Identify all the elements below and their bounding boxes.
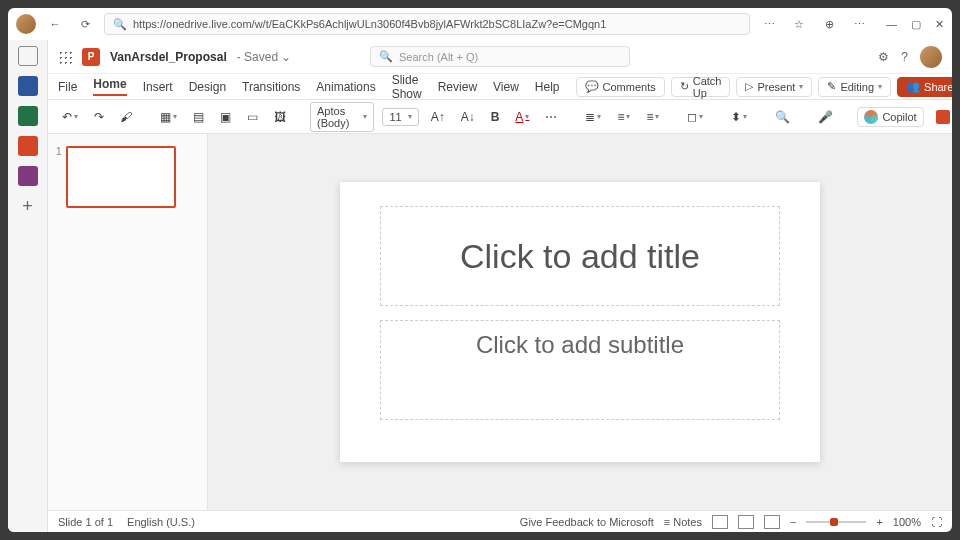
align-button[interactable]: ≡▾ (642, 108, 663, 126)
format-painter-button[interactable]: 🖌 (116, 108, 136, 126)
user-avatar[interactable] (920, 46, 942, 68)
rail-onenote-icon[interactable] (18, 166, 38, 186)
search-icon: 🔍 (379, 50, 393, 63)
catchup-button[interactable]: ↻ Catch Up (671, 77, 731, 97)
rail-powerpoint-icon[interactable] (18, 136, 38, 156)
home-toolbar: ↶▾ ↷ 🖌 ▦▾ ▤ ▣ ▭ 🖼 Aptos (Body)▾ 11▾ A↑ A… (48, 100, 952, 134)
app-launcher-icon[interactable] (58, 50, 72, 64)
document-name[interactable]: VanArsdel_Proposal (110, 50, 227, 64)
normal-view-button[interactable] (712, 515, 728, 529)
arrange-button[interactable]: ⬍▾ (727, 108, 751, 126)
fit-to-window-button[interactable]: ⛶ (931, 516, 942, 528)
powerpoint-icon: P (82, 48, 100, 66)
editor-area: 1 Click to add title Click to add subtit… (48, 134, 952, 510)
tab-design[interactable]: Design (189, 80, 226, 94)
collections-icon[interactable]: ⊕ (818, 13, 840, 35)
rail-home-icon[interactable] (18, 46, 38, 66)
bold-button[interactable]: B (487, 108, 504, 126)
browser-chrome: ← ⟳ 🔍 ⋯ ☆ ⊕ ⋯ — ▢ ✕ (8, 8, 952, 40)
thumb-number: 1 (56, 146, 62, 208)
reset-button[interactable]: ▣ (216, 108, 235, 126)
slide: Click to add title Click to add subtitle (340, 182, 820, 462)
sorter-view-button[interactable] (738, 515, 754, 529)
share-button[interactable]: 👥 Share ▾ (897, 77, 952, 97)
font-color-button[interactable]: A▾ (511, 108, 533, 126)
find-button[interactable]: 🔍 (771, 108, 794, 126)
save-status: - Saved ⌄ (237, 50, 292, 64)
search-box[interactable]: 🔍 Search (Alt + Q) (370, 46, 630, 67)
rail-excel-icon[interactable] (18, 106, 38, 126)
slide-canvas[interactable]: Click to add title Click to add subtitle… (208, 134, 952, 510)
more-font-button[interactable]: ⋯ (541, 108, 561, 126)
app-window: ← ⟳ 🔍 ⋯ ☆ ⊕ ⋯ — ▢ ✕ + P (8, 8, 952, 532)
tab-review[interactable]: Review (438, 80, 477, 94)
zoom-level[interactable]: 100% (893, 516, 921, 528)
font-select[interactable]: Aptos (Body)▾ (310, 102, 374, 132)
notes-toggle[interactable]: ≡ Notes (664, 516, 702, 528)
help-icon[interactable]: ? (901, 50, 908, 64)
lock-icon: 🔍 (113, 18, 127, 31)
copilot-button[interactable]: Copilot (857, 107, 923, 127)
tab-file[interactable]: File (58, 80, 77, 94)
tab-insert[interactable]: Insert (143, 80, 173, 94)
subtitle-placeholder[interactable]: Click to add subtitle (380, 320, 780, 420)
editing-button[interactable]: ✎ Editing ▾ (818, 77, 891, 97)
slide-counter[interactable]: Slide 1 of 1 (58, 516, 113, 528)
address-bar[interactable]: 🔍 (104, 13, 750, 35)
close-button[interactable]: ✕ (935, 18, 944, 31)
undo-button[interactable]: ↶▾ (58, 108, 82, 126)
tab-help[interactable]: Help (535, 80, 560, 94)
slide-thumbnails: 1 (48, 134, 208, 510)
tab-home[interactable]: Home (93, 77, 126, 96)
feedback-link[interactable]: Give Feedback to Microsoft (520, 516, 654, 528)
search-placeholder: Search (Alt + Q) (399, 51, 478, 63)
settings-icon[interactable]: ⚙ (878, 50, 889, 64)
increase-font-button[interactable]: A↑ (427, 108, 449, 126)
picture-button[interactable]: 🖼 (270, 108, 290, 126)
dictate-button[interactable]: 🎤 (814, 108, 837, 126)
tab-animations[interactable]: Animations (316, 80, 375, 94)
section-button[interactable]: ▭ (243, 108, 262, 126)
decrease-font-button[interactable]: A↓ (457, 108, 479, 126)
url-input[interactable] (133, 18, 741, 30)
reading-view-button[interactable] (764, 515, 780, 529)
present-button[interactable]: ▷ Present ▾ (736, 77, 812, 97)
slide-thumbnail-1[interactable] (66, 146, 176, 208)
comments-button[interactable]: 💬 Comments (576, 77, 665, 97)
profile-avatar[interactable] (16, 14, 36, 34)
redo-button[interactable]: ↷ (90, 108, 108, 126)
designer-button[interactable] (932, 108, 952, 126)
font-size-select[interactable]: 11▾ (382, 108, 418, 126)
tab-transitions[interactable]: Transitions (242, 80, 300, 94)
title-placeholder[interactable]: Click to add title (380, 206, 780, 306)
layout-button[interactable]: ▤ (189, 108, 208, 126)
ribbon-tabs: File Home Insert Design Transitions Anim… (48, 74, 952, 100)
zoom-slider[interactable] (806, 521, 866, 523)
language-status[interactable]: English (U.S.) (127, 516, 195, 528)
tab-view[interactable]: View (493, 80, 519, 94)
new-slide-button[interactable]: ▦▾ (156, 108, 181, 126)
app-header: P VanArsdel_Proposal - Saved ⌄ 🔍 Search … (48, 40, 952, 74)
rail-word-icon[interactable] (18, 76, 38, 96)
bullets-button[interactable]: ≣▾ (581, 108, 605, 126)
favorite-icon[interactable]: ☆ (788, 13, 810, 35)
designer-icon (936, 110, 950, 124)
menu-icon[interactable]: ⋯ (848, 13, 870, 35)
rail-add-icon[interactable]: + (22, 196, 33, 217)
numbering-button[interactable]: ≡▾ (613, 108, 634, 126)
zoom-in-button[interactable]: + (876, 516, 882, 528)
copilot-icon (864, 110, 878, 124)
back-button[interactable]: ← (44, 13, 66, 35)
status-bar: Slide 1 of 1 English (U.S.) Give Feedbac… (48, 510, 952, 532)
minimize-button[interactable]: — (886, 18, 897, 31)
zoom-out-button[interactable]: − (790, 516, 796, 528)
refresh-button[interactable]: ⟳ (74, 13, 96, 35)
tab-slideshow[interactable]: Slide Show (392, 73, 422, 101)
read-aloud-icon[interactable]: ⋯ (758, 13, 780, 35)
shapes-button[interactable]: ◻▾ (683, 108, 707, 126)
maximize-button[interactable]: ▢ (911, 18, 921, 31)
app-rail: + (8, 40, 48, 532)
